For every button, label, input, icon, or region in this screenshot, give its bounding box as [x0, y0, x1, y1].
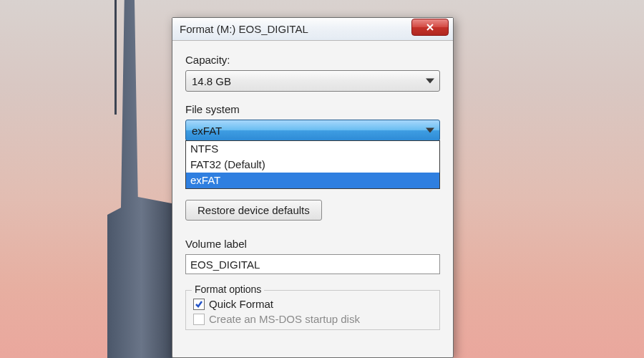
titlebar: Format (M:) EOS_DIGITAL [172, 18, 453, 41]
close-icon [425, 23, 435, 32]
filesystem-option-exfat[interactable]: exFAT [186, 173, 439, 188]
format-dialog: Format (M:) EOS_DIGITAL Capacity: 14.8 G… [172, 17, 454, 358]
msdos-label: Create an MS-DOS startup disk [209, 313, 360, 325]
filesystem-label: File system [185, 103, 440, 115]
check-icon [195, 300, 203, 309]
filesystem-options-list: NTFS FAT32 (Default) exFAT [185, 140, 440, 189]
window-title: Format (M:) EOS_DIGITAL [180, 23, 411, 35]
filesystem-option-fat32[interactable]: FAT32 (Default) [186, 157, 439, 173]
restore-defaults-label: Restore device defaults [197, 204, 310, 216]
filesystem-dropdown[interactable]: exFAT [185, 120, 440, 141]
msdos-checkbox[interactable] [193, 314, 205, 325]
format-options-legend: Format options [192, 284, 264, 295]
quick-format-row: Quick Format [193, 298, 432, 310]
capacity-dropdown[interactable]: 14.8 GB [185, 70, 440, 92]
volume-label: Volume label [185, 238, 440, 250]
capacity-value: 14.8 GB [192, 75, 231, 87]
quick-format-checkbox[interactable] [193, 299, 205, 310]
filesystem-option-ntfs[interactable]: NTFS [186, 141, 439, 157]
background-antenna [114, 0, 117, 115]
dialog-body: Capacity: 14.8 GB File system exFAT NTFS… [172, 41, 453, 330]
chevron-down-icon [426, 128, 434, 133]
quick-format-label: Quick Format [209, 298, 273, 310]
volume-label-input[interactable]: EOS_DIGITAL [185, 254, 440, 274]
msdos-row: Create an MS-DOS startup disk [193, 313, 432, 325]
filesystem-value: exFAT [192, 125, 222, 137]
format-options-group: Format options Quick Format Create an MS… [185, 290, 440, 330]
filesystem-field: exFAT NTFS FAT32 (Default) exFAT [185, 120, 440, 141]
background-building [107, 0, 175, 358]
capacity-label: Capacity: [185, 54, 440, 66]
restore-defaults-button[interactable]: Restore device defaults [185, 200, 322, 221]
chevron-down-icon [426, 79, 434, 84]
close-button[interactable] [411, 19, 449, 36]
volume-label-value: EOS_DIGITAL [190, 258, 260, 271]
